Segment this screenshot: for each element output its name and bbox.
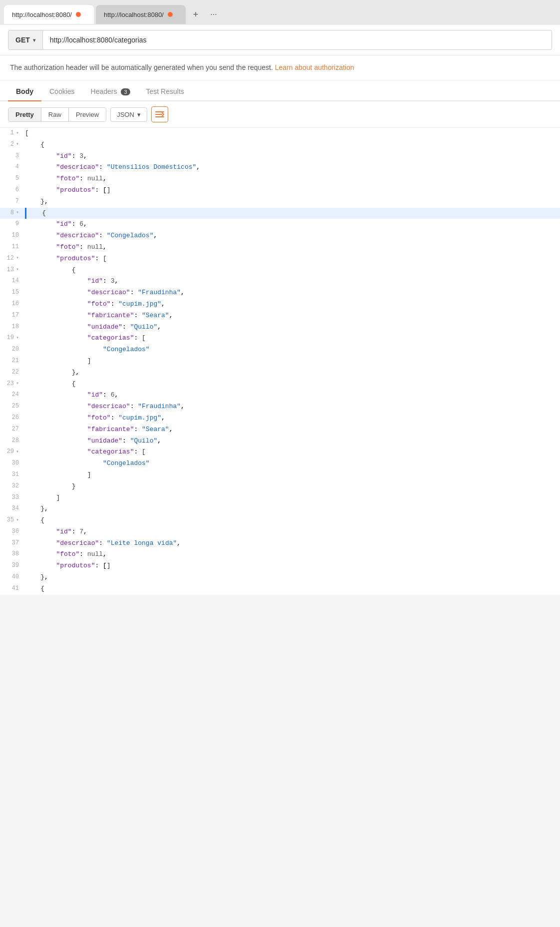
wrap-button[interactable] bbox=[151, 106, 168, 122]
collapse-arrow-icon[interactable]: ▾ bbox=[16, 254, 19, 262]
line-number: 29▾ bbox=[0, 447, 25, 457]
code-line: 12▾ "produtos": [ bbox=[0, 253, 560, 265]
code-line: 13▾ { bbox=[0, 265, 560, 276]
line-content: ] bbox=[25, 356, 560, 367]
line-number: 6 bbox=[0, 185, 25, 195]
line-content: { bbox=[25, 515, 560, 526]
line-number: 35▾ bbox=[0, 515, 25, 525]
line-content: "id": 6, bbox=[25, 390, 560, 401]
line-content: "foto": "cupim.jpg", bbox=[25, 413, 560, 424]
more-tabs-button[interactable]: ··· bbox=[206, 6, 222, 22]
auth-notice: The authorization header will be automat… bbox=[0, 55, 560, 80]
tab-test-results[interactable]: Test Results bbox=[138, 80, 192, 101]
line-number: 7 bbox=[0, 196, 25, 207]
json-chevron-icon: ▾ bbox=[137, 111, 141, 118]
line-content: "Congelados" bbox=[25, 344, 560, 356]
collapse-arrow-icon[interactable]: ▾ bbox=[16, 266, 19, 274]
code-line: 28 "unidade": "Quilo", bbox=[0, 436, 560, 447]
code-line: 3 "id": 3, bbox=[0, 151, 560, 162]
code-line: 15 "descricao": "Fraudinha", bbox=[0, 287, 560, 299]
line-content: }, bbox=[25, 367, 560, 379]
line-number: 41 bbox=[0, 583, 25, 594]
line-content: "descricao": "Congelados", bbox=[25, 230, 560, 242]
response-tabs: Body Cookies Headers 3 Test Results bbox=[0, 80, 560, 101]
tab-1-dot bbox=[76, 12, 81, 17]
line-content: "id": 3, bbox=[25, 276, 560, 287]
code-line: 18 "unidade": "Quilo", bbox=[0, 322, 560, 333]
learn-auth-link[interactable]: Learn about authorization bbox=[275, 63, 354, 71]
new-tab-button[interactable]: + bbox=[188, 6, 204, 22]
code-line: 4 "descricao": "Utensílios Domésticos", bbox=[0, 162, 560, 173]
line-number: 18 bbox=[0, 322, 25, 332]
line-content: "categorias": [ bbox=[25, 333, 560, 344]
tab-1[interactable]: http://localhost:8080/ bbox=[4, 5, 94, 24]
code-line: 19▾ "categorias": [ bbox=[0, 333, 560, 344]
preview-button[interactable]: Preview bbox=[69, 108, 106, 121]
line-content: "foto": null, bbox=[25, 242, 560, 253]
tab-cookies[interactable]: Cookies bbox=[41, 80, 83, 101]
url-input[interactable] bbox=[43, 30, 552, 50]
collapse-arrow-icon[interactable]: ▾ bbox=[16, 448, 19, 456]
tab-2[interactable]: http://localhost:8080/ bbox=[96, 5, 186, 24]
collapse-arrow-icon[interactable]: ▾ bbox=[16, 209, 19, 217]
tab-headers[interactable]: Headers 3 bbox=[83, 80, 138, 101]
line-content: "foto": null, bbox=[25, 549, 560, 560]
svg-rect-2 bbox=[155, 116, 164, 117]
raw-button[interactable]: Raw bbox=[41, 108, 69, 121]
code-line: 22 }, bbox=[0, 367, 560, 379]
code-line: 25 "descricao": "Fraudinha", bbox=[0, 401, 560, 413]
pretty-button[interactable]: Pretty bbox=[8, 108, 41, 121]
line-content: "unidade": "Quilo", bbox=[25, 436, 560, 447]
tab-body[interactable]: Body bbox=[8, 80, 41, 101]
code-line: 35▾ { bbox=[0, 515, 560, 526]
tab-2-url: http://localhost:8080/ bbox=[104, 11, 164, 18]
collapse-arrow-icon[interactable]: ▾ bbox=[16, 334, 19, 342]
json-type-dropdown[interactable]: JSON ▾ bbox=[110, 107, 147, 122]
line-content: ] bbox=[25, 469, 560, 481]
line-number: 32 bbox=[0, 481, 25, 491]
collapse-arrow-icon[interactable]: ▾ bbox=[16, 516, 19, 524]
svg-rect-0 bbox=[155, 111, 164, 112]
line-number: 3 bbox=[0, 151, 25, 161]
line-number: 23▾ bbox=[0, 379, 25, 389]
headers-badge: 3 bbox=[121, 88, 130, 95]
line-content: "descricao": "Leite longa vida", bbox=[25, 538, 560, 549]
code-line: 32 } bbox=[0, 481, 560, 492]
collapse-arrow-icon[interactable]: ▾ bbox=[16, 380, 19, 388]
line-number: 12▾ bbox=[0, 253, 25, 264]
line-number: 9 bbox=[0, 219, 25, 229]
code-line: 14 "id": 3, bbox=[0, 276, 560, 287]
line-content: { bbox=[26, 208, 560, 219]
line-number: 34 bbox=[0, 503, 25, 514]
line-content: { bbox=[25, 265, 560, 276]
code-line: 8▾ { bbox=[0, 208, 560, 219]
line-content: "Congelados" bbox=[25, 458, 560, 469]
line-number: 33 bbox=[0, 492, 25, 503]
line-content: }, bbox=[25, 196, 560, 208]
svg-rect-1 bbox=[155, 114, 162, 115]
tab-1-url: http://localhost:8080/ bbox=[12, 11, 72, 18]
collapse-arrow-icon[interactable]: ▾ bbox=[16, 140, 19, 148]
line-number: 30 bbox=[0, 458, 25, 468]
code-line: 21 ] bbox=[0, 356, 560, 367]
collapse-arrow-icon[interactable]: ▾ bbox=[16, 129, 19, 137]
line-content: "id": 3, bbox=[25, 151, 560, 162]
line-number: 5 bbox=[0, 173, 25, 184]
line-content: "foto": "cupim.jpg", bbox=[25, 299, 560, 310]
browser-tabs: http://localhost:8080/ http://localhost:… bbox=[0, 0, 560, 25]
code-line: 17 "fabricante": "Seara", bbox=[0, 310, 560, 322]
line-number: 27 bbox=[0, 424, 25, 435]
json-code-area: 1▾[2▾ {3 "id": 3,4 "descricao": "Utensíl… bbox=[0, 128, 560, 595]
line-number: 40 bbox=[0, 572, 25, 582]
line-number: 24 bbox=[0, 390, 25, 400]
line-number: 28 bbox=[0, 436, 25, 446]
line-number: 19▾ bbox=[0, 333, 25, 343]
line-content: "descricao": "Utensílios Domésticos", bbox=[25, 162, 560, 173]
line-content: "produtos": [ bbox=[25, 253, 560, 265]
method-dropdown[interactable]: GET ▾ bbox=[8, 30, 43, 50]
code-line: 34 }, bbox=[0, 503, 560, 515]
code-line: 20 "Congelados" bbox=[0, 344, 560, 356]
line-content: "id": 7, bbox=[25, 526, 560, 538]
line-content: { bbox=[25, 583, 560, 595]
line-content: }, bbox=[25, 503, 560, 515]
